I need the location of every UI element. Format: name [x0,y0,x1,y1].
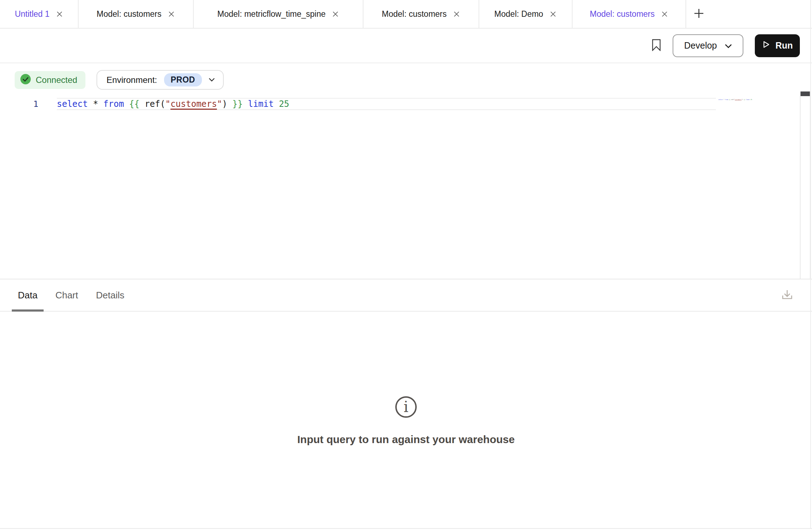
code-token [243,99,248,109]
develop-button[interactable]: Develop [673,34,743,57]
panel-right-edge [810,0,811,528]
panel-bottom-edge [0,528,812,529]
play-icon [762,40,770,51]
tab-label: Model: customers [590,9,655,19]
environment-label: Environment: [107,75,157,85]
download-icon [780,287,794,303]
chevron-down-icon [725,40,732,51]
results-tab-label: Details [96,290,124,301]
close-icon[interactable] [332,10,339,18]
bookmark-icon [652,39,661,53]
plus-icon [693,8,704,20]
minimap-code: select * from {{ ref("customers") }} lim… [718,99,799,100]
results-panel: Data Chart Details i Input [0,279,812,528]
tab-label: Model: Demo [494,9,543,19]
code-token: customers [170,99,217,109]
tab-model-customers-2[interactable]: Model: customers [363,0,479,28]
code-token: ref( [139,99,165,109]
code-token: " [217,99,222,109]
code-token: " [165,99,170,109]
environment-select[interactable]: Environment: PROD [96,70,224,90]
scrollbar-thumb[interactable] [801,91,810,96]
code-token: }} [232,99,243,109]
minimap[interactable]: select * from {{ ref("customers") }} lim… [718,99,799,113]
tab-model-metricflow-time-spine[interactable]: Model: metricflow_time_spine [194,0,363,28]
tab-label: Model: customers [382,9,447,19]
code-token [274,99,279,109]
editor-scrollbar[interactable] [800,91,811,279]
results-tab-label: Chart [55,290,78,301]
close-icon[interactable] [168,10,175,18]
code-token: 25 [279,99,289,109]
tab-model-customers-3[interactable]: Model: customers [573,0,686,28]
tab-model-demo[interactable]: Model: Demo [479,0,573,28]
tab-untitled-1[interactable]: Untitled 1 [0,0,79,28]
sql-editor[interactable]: 1 select * from {{ ref("customers") }} l… [0,91,812,279]
code-token: customers [735,99,742,100]
code-token [98,99,103,109]
close-icon[interactable] [453,10,460,18]
close-icon[interactable] [661,10,668,18]
code-token: from [725,99,728,100]
info-icon: i [394,395,418,421]
tab-data[interactable]: Data [12,279,44,311]
tab-chart[interactable]: Chart [49,279,84,311]
code-token: limit [746,99,750,100]
code-token: {{ [129,99,139,109]
results-tab-bar: Data Chart Details [0,279,812,312]
new-tab-button[interactable] [686,0,711,28]
code-token [124,99,129,109]
code-token: select [57,99,88,109]
code-token: limit [248,99,274,109]
run-button[interactable]: Run [755,34,800,57]
results-empty-state: i Input query to run against your wareho… [0,312,812,528]
code-token: 25 [751,99,752,100]
connection-status-label: Connected [36,75,77,85]
tab-label: Model: metricflow_time_spine [217,9,326,19]
toolbar: Develop Run [0,29,812,63]
tab-label: Untitled 1 [15,9,49,19]
status-bar: Connected Environment: PROD [15,70,224,90]
develop-button-label: Develop [684,40,717,51]
results-tab-label: Data [18,290,38,301]
chevron-down-icon [209,77,215,83]
check-circle-icon [20,74,31,86]
tab-details[interactable]: Details [90,279,130,311]
code-token: ) [222,99,232,109]
code-line[interactable]: select * from {{ ref("customers") }} lim… [57,98,716,110]
code-token: from [103,99,124,109]
line-number: 1 [0,98,38,110]
close-icon[interactable] [56,10,63,18]
code-token [88,99,93,109]
tab-model-customers-1[interactable]: Model: customers [79,0,194,28]
code-token: ref( [731,99,734,100]
download-button[interactable] [780,287,794,303]
connection-status-badge: Connected [15,71,85,89]
environment-value-pill: PROD [164,73,202,86]
results-empty-message: Input query to run against your warehous… [297,433,515,446]
close-icon[interactable] [549,10,557,18]
tab-label: Model: customers [96,9,162,19]
code-token: select [718,99,723,100]
run-button-label: Run [776,40,793,51]
editor-tab-bar: Untitled 1 Model: customers Model: metri… [0,0,812,29]
code-token: * [93,99,98,109]
bookmark-button[interactable] [652,39,661,53]
svg-text:i: i [403,398,408,416]
